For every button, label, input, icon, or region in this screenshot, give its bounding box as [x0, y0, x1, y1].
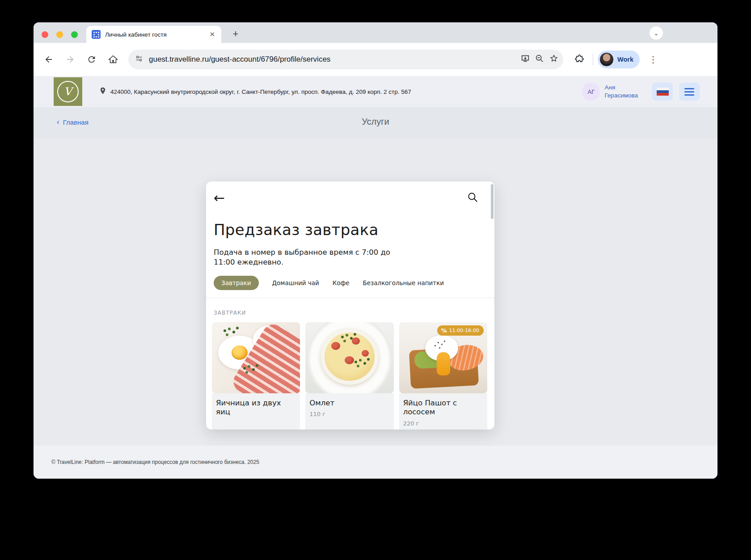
user-initials-avatar: АГ	[582, 83, 600, 101]
hamburger-icon	[684, 88, 694, 96]
bookmark-star-icon[interactable]	[549, 54, 559, 65]
tab-home-tea[interactable]: Домашний чай	[272, 279, 319, 286]
hotel-logo-ring: V	[57, 81, 79, 102]
new-tab-button[interactable]: +	[228, 27, 243, 41]
page-title: Услуги	[34, 117, 717, 127]
page-nav-band: ‹ Главная Услуги	[34, 107, 717, 139]
dish-card[interactable]: Яичница из двух яиц	[212, 322, 300, 429]
menu-button[interactable]	[679, 83, 700, 101]
language-switcher-button[interactable]	[652, 83, 673, 101]
minimize-window-button[interactable]	[56, 31, 63, 38]
dish-card[interactable]: Омлет 110 г	[305, 322, 393, 429]
browser-toolbar: guest.travelline.ru/guest-account/6796/p…	[34, 43, 717, 76]
search-icon[interactable]	[467, 191, 478, 205]
modal-back-arrow-icon[interactable]: ←	[214, 191, 225, 205]
dish-title: Яичница из двух яиц	[216, 399, 296, 417]
browser-tab[interactable]: Личный кабинет гостя ✕	[86, 26, 221, 43]
forward-icon[interactable]	[61, 51, 79, 68]
tab-title: Личный кабинет гостя	[105, 31, 204, 38]
user-name: Аня Герасимова	[604, 84, 638, 99]
dish-title: Яйцо Пашот с лососем	[403, 399, 483, 417]
service-title: Предзаказ завтрака	[214, 221, 483, 239]
modal-scrollbar[interactable]	[491, 184, 494, 219]
dish-title: Омлет	[309, 399, 389, 408]
percent-icon: %	[441, 327, 447, 334]
dish-photo-poached-egg: % 11:00-16:00	[399, 322, 487, 393]
dish-cards: Яичница из двух яиц	[206, 322, 494, 429]
zoom-out-icon[interactable]	[535, 54, 544, 65]
tab-coffee[interactable]: Кофе	[333, 279, 350, 286]
site-footer: © TravelLine: Platform — автоматизация п…	[34, 446, 717, 479]
dish-photo-omelet	[305, 322, 393, 393]
desktop-background: Личный кабинет гостя ✕ + ⌄	[0, 0, 751, 560]
dish-weight: 220 г	[403, 420, 483, 427]
discount-badge: % 11:00-16:00	[437, 325, 484, 336]
profile-label: Work	[617, 56, 633, 63]
breakfast-preorder-modal: ← Предзаказ завтрака Подача в номер в вы…	[206, 181, 494, 429]
copyright-text: © TravelLine: Platform — автоматизация п…	[51, 459, 259, 465]
home-icon[interactable]	[104, 51, 122, 68]
dish-photo-fried-eggs	[212, 322, 300, 393]
hotel-logo[interactable]: V	[54, 77, 82, 106]
dish-card[interactable]: % 11:00-16:00 Яйцо Пашот с лососем 220 г	[399, 322, 487, 429]
tab-soft-drinks[interactable]: Безалкогольные напитки	[363, 279, 444, 286]
profile-avatar	[599, 52, 614, 67]
reload-icon[interactable]	[83, 51, 101, 68]
service-description: Подача в номер в выбранное время с 7:00 …	[214, 248, 413, 268]
url-text[interactable]: guest.travelline.ru/guest-account/6796/p…	[149, 55, 520, 64]
section-label: ЗАВТРАКИ	[214, 310, 494, 316]
category-tabs: Завтраки Домашний чай Кофе Безалкогольны…	[214, 276, 483, 298]
browser-tab-strip: Личный кабинет гостя ✕ + ⌄	[34, 22, 717, 43]
browser-profile-chip[interactable]: Work	[598, 51, 640, 68]
browser-window: Личный кабинет гостя ✕ + ⌄	[34, 22, 717, 479]
hotel-logo-monogram: V	[64, 85, 72, 98]
travelline-favicon-icon	[92, 30, 101, 39]
discount-time-range: 11:00-16:00	[449, 328, 479, 333]
dish-weight: 110 г	[309, 411, 389, 417]
hotel-address-text: 424000, Карасунский внутригородской окру…	[110, 88, 411, 95]
modal-divider	[206, 298, 494, 298]
russian-flag-icon	[657, 88, 669, 96]
tab-close-icon[interactable]: ✕	[208, 30, 216, 38]
location-pin-icon	[99, 86, 107, 97]
macos-traffic-lights	[42, 31, 78, 38]
close-window-button[interactable]	[42, 31, 48, 38]
tab-search-button[interactable]: ⌄	[650, 26, 663, 40]
back-icon[interactable]	[40, 51, 58, 68]
main-content: ← Предзаказ завтрака Подача в номер в вы…	[34, 139, 717, 446]
extensions-icon[interactable]	[570, 51, 588, 68]
hotel-address: 424000, Карасунский внутригородской окру…	[99, 86, 411, 97]
user-account[interactable]: АГ Аня Герасимова	[582, 83, 638, 101]
toolbar-separator	[593, 54, 593, 65]
url-bar[interactable]: guest.travelline.ru/guest-account/6796/p…	[128, 50, 563, 69]
browser-menu-icon[interactable]: ⋮	[644, 51, 662, 68]
site-header: V 424000, Карасунский внутригородской ок…	[34, 76, 717, 107]
site-settings-icon[interactable]	[135, 54, 143, 65]
tab-breakfasts[interactable]: Завтраки	[214, 276, 259, 290]
install-app-icon[interactable]	[520, 54, 530, 65]
fullscreen-window-button[interactable]	[71, 31, 78, 38]
